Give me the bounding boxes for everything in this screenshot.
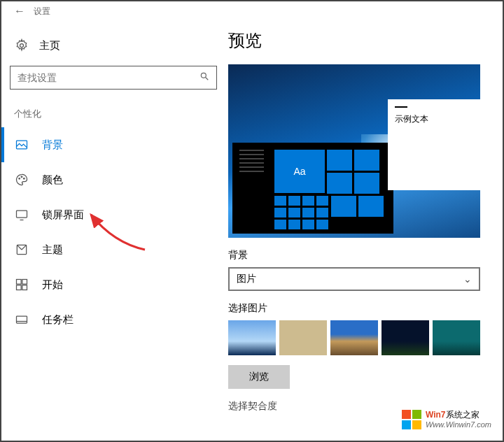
gear-icon	[14, 38, 29, 53]
section-title: 个性化	[1, 105, 225, 127]
search-box[interactable]	[10, 66, 217, 90]
svg-point-1	[201, 73, 206, 78]
thumbnail[interactable]	[433, 320, 480, 355]
sidebar-item-label: 开始	[42, 278, 63, 292]
search-input[interactable]	[18, 72, 181, 83]
svg-point-0	[20, 44, 24, 48]
sample-window: 示例文本	[388, 99, 480, 190]
main-panel: 预览 Aa	[225, 21, 503, 441]
sidebar-item-lockscreen[interactable]: 锁屏界面	[1, 197, 225, 232]
svg-rect-11	[17, 285, 22, 290]
sidebar-item-themes[interactable]: 主题	[1, 232, 225, 267]
desktop-preview: Aa 示例文本	[228, 64, 480, 238]
choose-picture-label: 选择图片	[228, 302, 480, 315]
watermark: Win7系统之家 Www.Winwin7.com	[402, 410, 491, 429]
background-select-value: 图片	[237, 273, 256, 285]
svg-rect-13	[17, 316, 27, 323]
thumbnail[interactable]	[228, 320, 276, 355]
preview-heading: 预览	[228, 29, 498, 52]
home-label: 主页	[39, 39, 60, 52]
search-icon	[200, 71, 209, 84]
windows-logo-icon	[402, 410, 421, 429]
svg-rect-7	[17, 211, 27, 218]
sidebar-item-label: 颜色	[42, 173, 63, 187]
svg-line-2	[206, 78, 209, 80]
sidebar-item-background[interactable]: 背景	[1, 127, 225, 162]
sidebar: 主页 个性化 背景 颜色 锁屏界面	[1, 21, 225, 441]
svg-rect-10	[22, 280, 27, 285]
background-select[interactable]: 图片 ⌄	[228, 267, 480, 291]
sidebar-item-label: 锁屏界面	[42, 208, 84, 222]
sample-tile-aa: Aa	[274, 150, 325, 193]
theme-icon	[14, 242, 29, 257]
svg-point-6	[24, 178, 25, 180]
home-row[interactable]: 主页	[1, 34, 225, 66]
svg-point-5	[21, 176, 22, 178]
svg-rect-9	[17, 280, 22, 285]
sidebar-item-label: 背景	[42, 138, 63, 152]
taskbar-icon	[14, 312, 29, 327]
back-icon[interactable]: ←	[14, 5, 25, 17]
palette-icon	[14, 172, 29, 187]
picture-icon	[14, 137, 29, 152]
start-icon	[14, 277, 29, 292]
sidebar-item-start[interactable]: 开始	[1, 267, 225, 302]
thumbnail[interactable]	[330, 320, 378, 355]
thumbnail[interactable]	[279, 320, 327, 355]
browse-button[interactable]: 浏览	[228, 365, 290, 389]
monitor-icon	[14, 207, 29, 222]
window-title: 设置	[34, 6, 50, 17]
sidebar-item-label: 主题	[42, 243, 63, 257]
sample-text: 示例文本	[395, 113, 473, 125]
svg-rect-12	[22, 285, 27, 290]
sidebar-item-label: 任务栏	[42, 313, 74, 327]
chevron-down-icon: ⌄	[463, 273, 472, 285]
sidebar-item-taskbar[interactable]: 任务栏	[1, 302, 225, 337]
svg-point-4	[19, 178, 20, 180]
sidebar-item-colors[interactable]: 颜色	[1, 162, 225, 197]
thumbnail[interactable]	[382, 320, 429, 355]
background-label: 背景	[228, 249, 480, 262]
picture-thumbnails	[228, 320, 480, 355]
